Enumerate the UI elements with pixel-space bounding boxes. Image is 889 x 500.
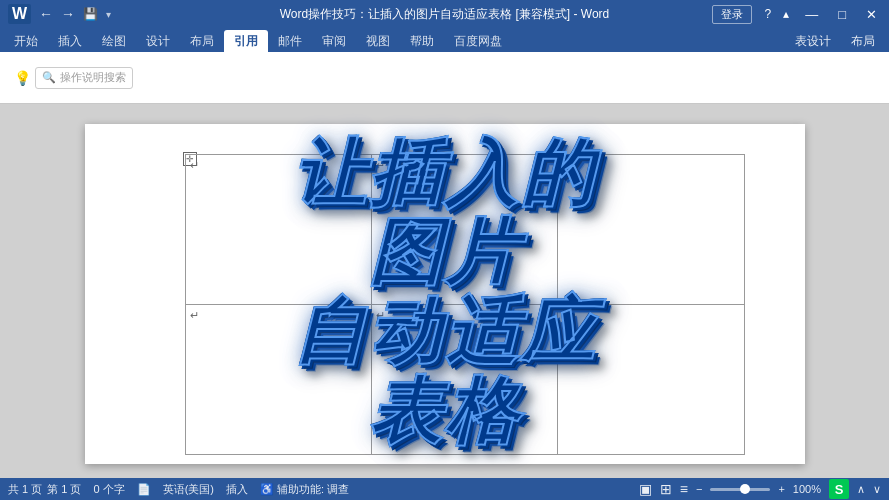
zoom-thumb: [740, 484, 750, 494]
title-bar-right: 登录 ? ▴ — □ ✕: [712, 5, 881, 24]
toolbar-group-main: 💡 🔍 操作说明搜索: [8, 58, 139, 98]
accessibility-text: 辅助功能: 调查: [277, 482, 349, 497]
accessibility-icon: ♿: [260, 483, 274, 496]
tab-layout[interactable]: 布局: [180, 30, 224, 52]
zoom-minus-btn[interactable]: −: [696, 483, 702, 495]
document-table: ↵ ↵ ↵ ↵ ↵ ↵: [185, 154, 745, 455]
table-row: ↵ ↵ ↵: [185, 155, 744, 305]
search-placeholder: 操作说明搜索: [60, 70, 126, 85]
quick-access-redo[interactable]: →: [61, 6, 75, 22]
language[interactable]: 英语(美国): [163, 482, 214, 497]
view-print-btn[interactable]: ▣: [639, 481, 652, 497]
page-number: 第 1 页: [47, 482, 81, 497]
table-cell-r0c1[interactable]: ↵: [371, 155, 557, 305]
table-cell-r1c0[interactable]: ↵: [185, 305, 371, 455]
tab-review[interactable]: 审阅: [312, 30, 356, 52]
s-logo[interactable]: S: [829, 479, 849, 499]
notification-chevron-down[interactable]: ∨: [873, 483, 881, 496]
document-page: ✛ ↵ ↵ ↵ ↵ ↵ ↵ 让插入的图片自动适应表格: [85, 124, 805, 464]
search-box-toolbar[interactable]: 🔍 操作说明搜索: [35, 67, 133, 89]
ribbon-tabs: 开始 插入 绘图 设计 布局 引用 邮件 审阅 视图 帮助 百度网盘 表设计 布…: [0, 28, 889, 52]
zoom-slider[interactable]: [710, 488, 770, 491]
tab-table-design[interactable]: 表设计: [785, 30, 841, 52]
tab-table-layout[interactable]: 布局: [841, 30, 885, 52]
table-cell-r1c1[interactable]: ↵: [371, 305, 557, 455]
view-read-btn[interactable]: ≡: [680, 481, 688, 497]
table-cell-r0c0[interactable]: ↵: [185, 155, 371, 305]
view-web-btn[interactable]: ⊞: [660, 481, 672, 497]
status-bar-right: ▣ ⊞ ≡ − + 100% S ∧ ∨: [639, 479, 881, 499]
tab-draw[interactable]: 绘图: [92, 30, 136, 52]
tab-insert[interactable]: 插入: [48, 30, 92, 52]
table-cell-r0c2[interactable]: ↵: [558, 155, 744, 305]
tab-start[interactable]: 开始: [4, 30, 48, 52]
macro-icon[interactable]: 📄: [137, 483, 151, 496]
insert-mode[interactable]: 插入: [226, 482, 248, 497]
notification-chevron-up[interactable]: ∧: [857, 483, 865, 496]
help-icon[interactable]: ?: [764, 7, 771, 21]
window-title: Word操作技巧：让插入的图片自动适应表格 [兼容模式] - Word: [280, 7, 610, 21]
quick-access-arrow[interactable]: ▾: [106, 9, 111, 20]
title-bar-left: W ← → 💾 ▾: [8, 4, 111, 24]
page-label: 共 1 页: [8, 482, 42, 497]
lightbulb-icon: 💡: [14, 70, 31, 86]
page-info: 共 1 页 第 1 页: [8, 482, 81, 497]
quick-access-undo[interactable]: ←: [39, 6, 53, 22]
status-bar: 共 1 页 第 1 页 0 个字 📄 英语(美国) 插入 ♿ 辅助功能: 调查 …: [0, 478, 889, 500]
title-bar-center: Word操作技巧：让插入的图片自动适应表格 [兼容模式] - Word: [280, 6, 610, 23]
doc-area: ✛ ↵ ↵ ↵ ↵ ↵ ↵ 让插入的图片自动适应表格: [0, 104, 889, 478]
tab-help[interactable]: 帮助: [400, 30, 444, 52]
win-minimize-button[interactable]: —: [801, 7, 822, 22]
tab-baidu[interactable]: 百度网盘: [444, 30, 512, 52]
accessibility-label[interactable]: ♿ 辅助功能: 调查: [260, 482, 349, 497]
table-row: ↵ ↵ ↵: [185, 305, 744, 455]
tab-design[interactable]: 设计: [136, 30, 180, 52]
win-maximize-button[interactable]: □: [834, 7, 850, 22]
tab-mailings[interactable]: 邮件: [268, 30, 312, 52]
ribbon-toggle-icon[interactable]: ▴: [783, 7, 789, 21]
login-button[interactable]: 登录: [712, 5, 752, 24]
quick-access-save[interactable]: 💾: [83, 7, 98, 21]
zoom-level[interactable]: 100%: [793, 483, 821, 495]
title-bar: W ← → 💾 ▾ Word操作技巧：让插入的图片自动适应表格 [兼容模式] -…: [0, 0, 889, 28]
search-icon: 🔍: [42, 71, 56, 84]
table-cell-r1c2[interactable]: ↵: [558, 305, 744, 455]
tab-references[interactable]: 引用: [224, 30, 268, 52]
tab-view[interactable]: 视图: [356, 30, 400, 52]
win-close-button[interactable]: ✕: [862, 7, 881, 22]
word-count: 0 个字: [93, 482, 124, 497]
ribbon-toolbar: 💡 🔍 操作说明搜索: [0, 52, 889, 104]
word-icon: W: [8, 4, 31, 24]
zoom-plus-btn[interactable]: +: [778, 483, 784, 495]
